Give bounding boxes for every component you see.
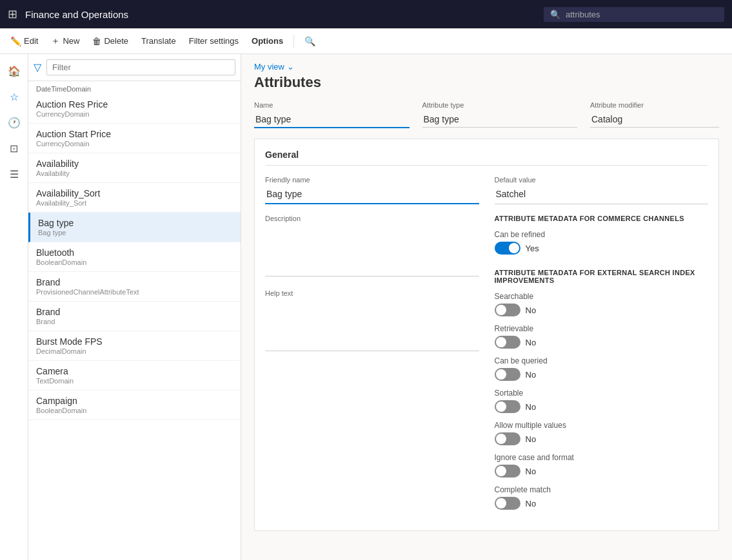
detail-panel: My view ⌄ Attributes Name Attribute type… [241,54,732,560]
list-item[interactable]: Brand Brand [28,302,241,331]
search-toggles: Searchable No Retrievable No [495,292,709,510]
searchable-toggle-item: Searchable No [495,292,709,316]
can-be-refined-control: Yes [495,242,709,255]
list-item[interactable]: Auction Start Price CurrencyDomain [28,124,241,153]
list-filter-input[interactable] [46,59,235,75]
list-item[interactable]: Availability_Sort Availability_Sort [28,183,241,213]
list-section-header: DateTimeDomain [28,81,241,94]
list-icon-btn[interactable]: ☰ [3,162,26,186]
friendly-name-field: Friendly name Bag type [265,176,479,204]
delete-icon: 🗑 [92,36,101,46]
edit-icon: ✏️ [10,36,21,46]
list-item[interactable]: Availability Availability [28,153,241,183]
allow-multiple-toggle[interactable] [495,432,520,445]
sortable-toggle-item: Sortable No [495,389,709,413]
toolbar-divider [293,35,294,48]
new-icon: ＋ [51,35,60,47]
home-icon-btn[interactable]: 🏠 [3,59,26,82]
translate-button[interactable]: Translate [136,34,181,48]
list-item[interactable]: Auction Res Price CurrencyDomain [28,94,241,124]
search-icon: 🔍 [550,10,560,19]
view-selector[interactable]: My view ⌄ [254,62,719,72]
options-button[interactable]: Options [246,34,288,48]
can-be-queried-toggle-item: Can be queried No [495,356,709,381]
edit-button[interactable]: ✏️ Edit [5,34,43,49]
grid-icon[interactable]: ⊞ [8,7,17,21]
toolbar-search-button[interactable]: 🔍 [299,34,321,49]
metadata-search-title: ATTRIBUTE METADATA FOR EXTERNAL SEARCH I… [495,269,709,284]
top-bar: ⊞ Finance and Operations 🔍 [0,0,732,28]
description-field: Description [265,215,479,279]
list-item[interactable]: Burst Mode FPS DecimalDomain [28,331,241,361]
list-panel: ▽ DateTimeDomain Auction Res Price Curre… [28,54,241,560]
metadata-commerce-title: ATTRIBUTE METADATA FOR COMMERCE CHANNELS [495,215,709,222]
ignore-case-toggle-item: Ignore case and format No [495,453,709,478]
list-item[interactable]: Camera TextDomain [28,361,241,391]
ignore-case-toggle[interactable] [495,465,520,478]
description-input[interactable] [265,225,479,276]
name-field: Name [254,101,410,128]
app-title: Finance and Operations [25,9,536,20]
list-filter-bar: ▽ [28,54,241,81]
attribute-modifier-field: Attribute modifier [590,101,719,128]
workspaces-icon-btn[interactable]: ⊡ [3,137,26,160]
allow-multiple-toggle-item: Allow multiple values No [495,421,709,445]
global-search[interactable]: 🔍 [544,7,724,22]
attribute-type-field: Attribute type [422,101,578,128]
delete-button[interactable]: 🗑 Delete [87,34,134,49]
complete-match-toggle-item: Complete match No [495,485,709,510]
toolbar: ✏️ Edit ＋ New 🗑 Delete Translate Filter … [0,28,732,54]
header-fields-row: Name Attribute type Attribute modifier [254,101,719,128]
filter-icon: ▽ [34,61,41,73]
list-item[interactable]: Bluetooth BooleanDomain [28,242,241,272]
attribute-modifier-input[interactable] [590,111,719,128]
page-title: Attributes [254,74,719,91]
chevron-down-icon: ⌄ [287,62,294,72]
can-be-queried-toggle[interactable] [495,368,520,381]
general-right: Default value Satchel ATTRIBUTE METADATA… [495,176,709,520]
help-text-field: Help text [265,289,479,354]
list-items: DateTimeDomain Auction Res Price Currenc… [28,81,241,560]
general-layout: Friendly name Bag type Description Help … [265,176,708,520]
sortable-toggle[interactable] [495,400,520,413]
side-icon-bar: 🏠 ☆ 🕐 ⊡ ☰ [0,54,28,560]
searchable-toggle[interactable] [495,304,520,316]
can-be-refined-toggle-item: Can be refined Yes [495,230,709,255]
filter-settings-button[interactable]: Filter settings [184,34,244,48]
recent-icon-btn[interactable]: 🕐 [3,111,26,134]
help-text-input[interactable] [265,300,479,351]
retrievable-toggle-item: Retrievable No [495,324,709,349]
default-value-field: Default value Satchel [495,176,709,204]
complete-match-toggle[interactable] [495,497,520,510]
favorites-icon-btn[interactable]: ☆ [3,85,26,108]
list-item-selected[interactable]: Bag type Bag type [28,213,241,242]
new-button[interactable]: ＋ New [46,33,84,50]
friendly-name-value[interactable]: Bag type [265,186,479,204]
default-value-value[interactable]: Satchel [495,186,709,204]
main-layout: 🏠 ☆ 🕐 ⊡ ☰ ▽ DateTimeDomain Auction Res P… [0,54,732,560]
list-item[interactable]: Brand ProvisionedChannelAttributeText [28,272,241,302]
can-be-refined-toggle[interactable] [495,242,520,255]
general-left: Friendly name Bag type Description Help … [265,176,479,520]
name-input[interactable] [254,111,410,128]
general-section: General Friendly name Bag type Descripti… [254,139,719,531]
retrievable-toggle[interactable] [495,336,520,349]
list-item[interactable]: Campaign BooleanDomain [28,391,241,420]
attribute-type-input[interactable] [422,111,578,128]
global-search-input[interactable] [566,10,718,19]
